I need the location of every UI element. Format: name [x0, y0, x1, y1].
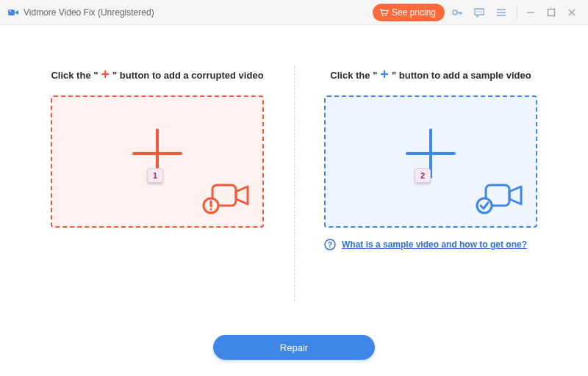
feedback-icon[interactable] [470, 3, 489, 22]
svg-text:?: ? [328, 241, 332, 249]
titlebar: Vidmore Video Fix (Unregistered) See pri… [0, 0, 588, 25]
corrupted-instruction-post: " button to add a corrupted video [112, 70, 264, 81]
svg-point-7 [481, 11, 482, 12]
corrupted-instruction: Click the " + " button to add a corrupte… [51, 68, 263, 82]
cart-icon [379, 7, 389, 18]
vertical-divider [294, 66, 295, 301]
repair-button[interactable]: Repair [213, 335, 375, 360]
sample-help-link[interactable]: What is a sample video and how to get on… [342, 238, 527, 251]
plus-icon: + [380, 67, 389, 82]
svg-point-4 [453, 10, 457, 15]
sample-instruction-pre: Click the " [330, 70, 377, 81]
key-icon[interactable] [448, 3, 467, 22]
svg-point-14 [477, 198, 492, 213]
see-pricing-button[interactable]: See pricing [373, 4, 445, 21]
main-content: Click the " + " button to add a corrupte… [0, 25, 588, 376]
sample-camera-icon [474, 179, 526, 219]
plus-icon: + [101, 67, 110, 82]
svg-rect-8 [548, 9, 555, 15]
sample-instruction: Click the " + " button to add a sample v… [330, 68, 531, 82]
app-logo-icon [7, 7, 19, 18]
svg-rect-0 [8, 10, 15, 15]
see-pricing-label: See pricing [392, 7, 436, 18]
close-button[interactable] [562, 3, 582, 22]
sample-instruction-post: " button to add a sample video [392, 70, 531, 81]
titlebar-separator [517, 7, 517, 18]
svg-point-2 [382, 14, 384, 15]
corrupted-video-panel: Click the " + " button to add a corrupte… [21, 47, 294, 319]
question-icon: ? [324, 239, 336, 250]
step-callout-1: 1 [147, 168, 163, 183]
app-title: Vidmore Video Fix (Unregistered) [24, 7, 154, 18]
corrupted-instruction-pre: Click the " [51, 70, 98, 81]
svg-point-6 [478, 11, 480, 12]
svg-point-12 [209, 208, 212, 210]
sample-help-row: ? What is a sample video and how to get … [324, 238, 537, 251]
svg-point-3 [385, 14, 387, 15]
plus-icon [400, 123, 462, 187]
corrupted-camera-icon [201, 179, 252, 219]
menu-icon[interactable] [492, 3, 511, 22]
svg-point-1 [10, 10, 11, 12]
step-callout-2: 2 [415, 168, 431, 183]
repair-button-label: Repair [280, 342, 308, 353]
maximize-button[interactable] [541, 3, 562, 22]
add-corrupted-video-dropzone[interactable] [51, 95, 264, 228]
sample-video-panel: Click the " + " button to add a sample v… [294, 47, 567, 319]
minimize-button[interactable] [520, 3, 541, 22]
svg-point-5 [477, 11, 478, 12]
add-sample-video-dropzone[interactable] [324, 95, 537, 228]
